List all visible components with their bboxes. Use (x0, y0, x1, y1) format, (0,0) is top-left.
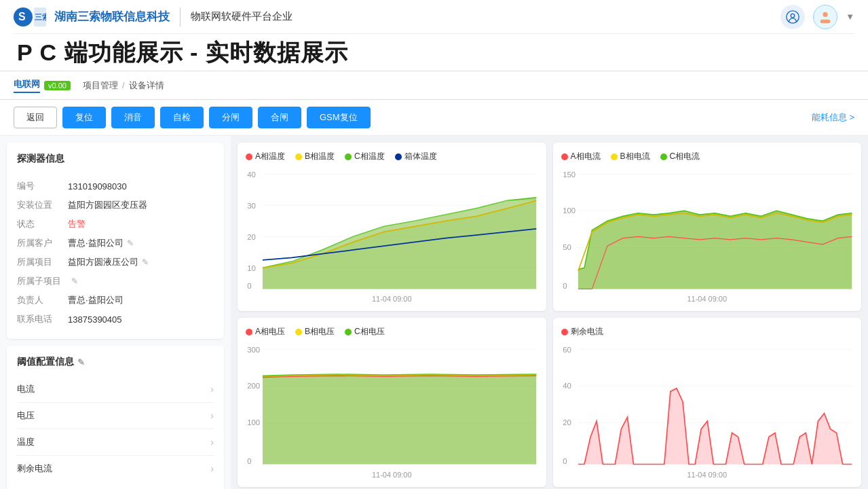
user-avatar[interactable] (813, 5, 837, 29)
threshold-label-current: 电流 (17, 383, 35, 395)
voltage-legend: A相电压 B相电压 C相电压 (246, 326, 538, 338)
legend-dot-a-voltage (246, 329, 252, 336)
svg-text:三索: 三索 (35, 13, 46, 21)
svg-text:100: 100 (563, 206, 575, 215)
voltage-chart-card: A相电压 B相电压 C相电压 300 200 100 0 (238, 318, 546, 486)
device-info-title: 探测器信息 (17, 153, 214, 168)
label-customer: 所属客户 (17, 237, 68, 249)
gsm-button[interactable]: GSM复位 (307, 107, 371, 128)
navbar: 电联网 v0.00 项目管理 / 设备详情 (0, 71, 868, 100)
threshold-title-text: 阈值配置信息 (17, 356, 74, 368)
breadcrumb-item-1[interactable]: 项目管理 (83, 79, 118, 92)
edit-project-icon[interactable]: ✎ (142, 257, 149, 267)
current-chart-container: 150 100 50 0 (561, 168, 854, 293)
info-row-id: 编号 131019098030 (17, 177, 214, 196)
nav-brand: 电联网 (14, 78, 40, 93)
reset-button[interactable]: 复位 (62, 107, 106, 128)
mute-button[interactable]: 消音 (111, 107, 155, 128)
legend-a-temp: A相温度 (246, 151, 285, 162)
info-row-status: 状态 告警 (17, 215, 214, 234)
breadcrumb-sep: / (122, 80, 125, 90)
svg-text:0: 0 (563, 458, 567, 466)
threshold-item-voltage[interactable]: 电压 › (17, 403, 214, 429)
residual-chart-container: 60 40 20 0 (561, 343, 854, 468)
toolbar: 返回 复位 消音 自检 分闸 合闸 GSM复位 能耗信息 > (0, 100, 868, 136)
svg-marker-37 (263, 374, 536, 464)
legend-dot-residual (561, 329, 568, 336)
svg-point-5 (791, 14, 795, 18)
temp-chart-svg: 40 30 20 10 0 (246, 168, 538, 293)
legend-label-a-voltage: A相电压 (255, 326, 285, 338)
label-phone: 联系电话 (17, 313, 68, 325)
current-chart-card: A相电流 B相电流 C相电流 150 100 50 0 (553, 143, 862, 311)
page-title: P C 端功能展示 - 实时数据展示 (17, 37, 348, 69)
legend-label-c-temp: C相温度 (354, 151, 385, 162)
logo-area: S 三索 湖南三索物联信息科技 (14, 4, 170, 30)
edit-customer-icon[interactable]: ✎ (127, 238, 134, 248)
label-subproject: 所属子项目 (17, 275, 68, 287)
back-button[interactable]: 返回 (14, 107, 57, 128)
svg-text:100: 100 (247, 418, 260, 427)
legend-label-b-current: B相电流 (620, 151, 650, 162)
value-phone: 13875390405 (68, 314, 122, 325)
header: S 三索 湖南三索物联信息科技 物联网软硬件平台企业 ▼ P C 端功能展示 -… (0, 0, 868, 71)
chevron-temp: › (210, 437, 214, 448)
value-id: 131019098030 (68, 181, 127, 192)
legend-label-box-temp: 箱体温度 (404, 151, 437, 162)
info-row-subproject: 所属子项目 ✎ (17, 272, 214, 291)
svg-text:40: 40 (563, 382, 571, 390)
threshold-item-residual[interactable]: 剩余电流 › (17, 456, 214, 482)
legend-label-residual: 剩余电流 (571, 326, 603, 338)
svg-text:200: 200 (247, 382, 260, 390)
legend-b-temp: B相温度 (295, 151, 335, 162)
label-location: 安装位置 (17, 199, 68, 211)
close-button[interactable]: 合闸 (258, 107, 301, 128)
energy-link[interactable]: 能耗信息 > (812, 111, 854, 124)
legend-dot-a-temp (246, 153, 252, 160)
residual-xlabel: 11-04 09:00 (561, 471, 854, 479)
svg-point-4 (787, 10, 799, 22)
legend-a-current: A相电流 (561, 151, 601, 162)
legend-label-a-current: A相电流 (571, 151, 601, 162)
voltage-xlabel: 11-04 09:00 (246, 471, 538, 479)
svg-marker-28 (578, 211, 851, 289)
svg-text:40: 40 (247, 170, 256, 179)
svg-text:S: S (18, 11, 26, 22)
temp-chart-container: 40 30 20 10 0 (246, 168, 538, 293)
current-chart-svg: 150 100 50 0 (561, 168, 854, 293)
notification-icon[interactable] (780, 5, 805, 29)
edit-subproject-icon[interactable]: ✎ (71, 276, 78, 286)
svg-text:10: 10 (247, 264, 256, 272)
temp-xlabel: 11-04 09:00 (246, 295, 538, 303)
current-legend: A相电流 B相电流 C相电流 (561, 151, 854, 162)
legend-label-a-temp: A相温度 (255, 151, 285, 162)
threshold-item-current[interactable]: 电流 › (17, 376, 214, 403)
selfcheck-button[interactable]: 自检 (160, 107, 204, 128)
label-project: 所属项目 (17, 256, 68, 268)
value-location: 益阳方圆园区变压器 (68, 199, 147, 211)
branch-button[interactable]: 分闸 (209, 107, 252, 128)
company-subtitle: 物联网软硬件平台企业 (191, 10, 293, 23)
legend-residual: 剩余电流 (561, 326, 603, 338)
threshold-edit-icon[interactable]: ✎ (77, 357, 85, 367)
breadcrumb-item-2[interactable]: 设备详情 (129, 79, 164, 92)
temp-legend: A相温度 B相温度 C相温度 箱体温度 (246, 151, 538, 162)
user-dropdown-arrow[interactable]: ▼ (846, 12, 854, 22)
value-project: 益阳方圆液压公司 (68, 256, 138, 268)
legend-dot-a-current (561, 153, 568, 160)
logo-icon: S 三索 (14, 4, 46, 30)
chevron-voltage: › (210, 410, 214, 421)
threshold-item-temp[interactable]: 温度 › (17, 429, 214, 456)
legend-c-current: C相电流 (660, 151, 700, 162)
legend-b-voltage: B相电压 (295, 326, 335, 338)
value-status: 告警 (68, 218, 86, 230)
chevron-current: › (210, 384, 214, 395)
voltage-chart-svg: 300 200 100 0 (246, 343, 538, 468)
legend-c-temp: C相温度 (345, 151, 385, 162)
info-row-project: 所属项目 益阳方圆液压公司 ✎ (17, 253, 214, 272)
charts-area: A相温度 B相温度 C相温度 箱体温度 40 (231, 136, 868, 489)
device-info-card: 探测器信息 编号 131019098030 安装位置 益阳方圆园区变压器 状态 … (7, 143, 224, 339)
company-name: 湖南三索物联信息科技 (54, 9, 170, 24)
legend-dot-box-temp (395, 153, 402, 160)
svg-text:60: 60 (563, 346, 571, 354)
